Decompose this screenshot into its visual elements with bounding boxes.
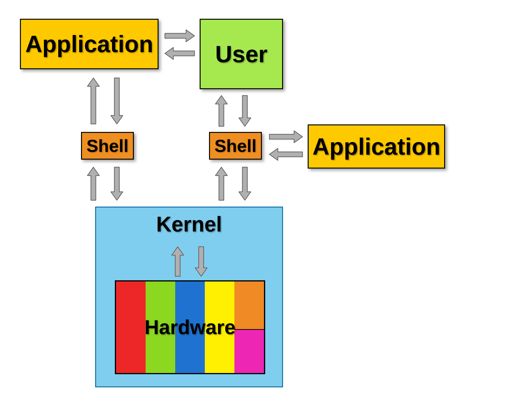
svg-marker-7: [239, 95, 251, 126]
user-label: User: [215, 41, 267, 68]
svg-marker-3: [165, 47, 194, 59]
hardware-stripe-red: [116, 281, 146, 373]
shell-left-box: Shell: [81, 132, 134, 160]
svg-marker-10: [87, 167, 99, 200]
hardware-stripe-orange: [234, 281, 264, 330]
arrow-application-right-to-shell: [269, 148, 303, 161]
svg-marker-8: [269, 131, 303, 143]
arrow-user-to-shell-right: [238, 95, 251, 127]
shell-right-box: Shell: [209, 132, 262, 160]
arrow-user-to-application: [164, 47, 195, 60]
svg-marker-1: [172, 247, 184, 276]
hardware-stripe-blue: [175, 281, 205, 373]
application-right-label: Application: [312, 133, 440, 160]
shell-left-label: Shell: [86, 136, 128, 156]
hardware-box: Hardware: [115, 280, 265, 374]
svg-marker-9: [269, 148, 303, 160]
arrow-shell-right-to-user: [215, 95, 228, 127]
svg-marker-12: [215, 167, 227, 200]
arrow-shell-left-to-application: [87, 77, 100, 124]
arrow-shell-to-application-right: [269, 130, 303, 143]
arrow-application-to-user: [164, 29, 195, 42]
arrow-hardware-to-kernel: [171, 246, 184, 277]
arrow-application-to-shell-left: [110, 77, 123, 124]
user-box: User: [200, 19, 283, 89]
hardware-stripe-split: [234, 281, 264, 373]
arrow-kernel-to-hardware: [195, 246, 208, 277]
svg-marker-2: [165, 30, 194, 42]
svg-marker-4: [87, 78, 99, 124]
svg-marker-13: [239, 167, 251, 200]
shell-right-label: Shell: [214, 136, 256, 156]
hardware-stripe-magenta: [234, 330, 264, 373]
hardware-stripe-green: [146, 281, 175, 373]
svg-marker-5: [111, 78, 123, 124]
svg-marker-6: [215, 95, 227, 126]
arrow-shell-right-to-kernel: [238, 167, 251, 201]
svg-marker-11: [111, 167, 123, 200]
arrow-shell-left-to-kernel: [110, 167, 123, 201]
arrow-kernel-to-shell-left: [87, 167, 100, 201]
os-architecture-diagram: Application User Shell Shell Application…: [0, 0, 532, 412]
kernel-label: Kernel: [96, 212, 282, 236]
application-top-box: Application: [20, 19, 159, 69]
kernel-box: Kernel Hardware: [95, 206, 283, 387]
svg-marker-0: [195, 247, 207, 276]
application-top-label: Application: [25, 30, 153, 57]
arrow-kernel-to-shell-right: [215, 167, 228, 201]
application-right-box: Application: [308, 124, 445, 169]
hardware-stripe-yellow: [205, 281, 234, 373]
